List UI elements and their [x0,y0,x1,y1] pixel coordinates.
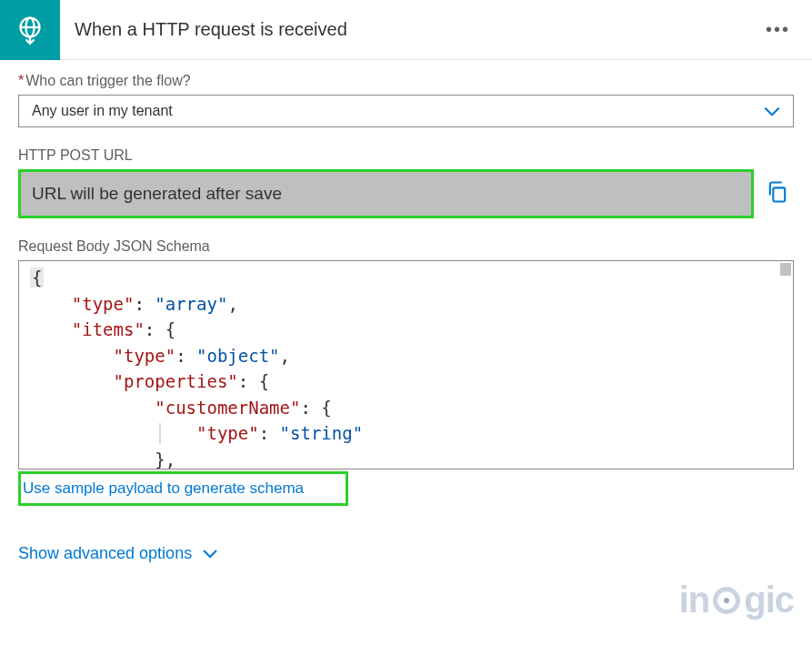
required-star-icon: * [18,73,24,88]
schema-textarea[interactable]: { "type": "array", "items": { "type": "o… [18,260,794,469]
http-trigger-icon [0,0,60,60]
more-options-button[interactable]: ••• [744,19,812,40]
inogic-watermark: in gic [679,580,794,621]
dropdown-selected-value: Any user in my tenant [32,103,173,119]
trigger-permission-label: *Who can trigger the flow? [18,73,794,89]
trigger-title: When a HTTP request is received [60,19,744,40]
trigger-header: When a HTTP request is received ••• [0,0,812,60]
schema-label: Request Body JSON Schema [18,238,794,255]
sample-payload-highlight: Use sample payload to generate schema [18,471,348,506]
http-post-url-field: URL will be generated after save [18,169,754,218]
use-sample-payload-link[interactable]: Use sample payload to generate schema [23,479,304,497]
show-advanced-options-link[interactable]: Show advanced options [18,542,794,564]
http-post-url-label: HTTP POST URL [18,147,794,164]
scrollbar-thumb[interactable] [780,263,791,276]
copy-url-button[interactable] [761,176,794,212]
logo-o-icon [713,587,740,614]
trigger-permission-dropdown[interactable]: Any user in my tenant [18,95,794,127]
chevron-down-icon [760,99,784,123]
chevron-down-icon [199,542,221,564]
svg-rect-4 [773,187,785,201]
